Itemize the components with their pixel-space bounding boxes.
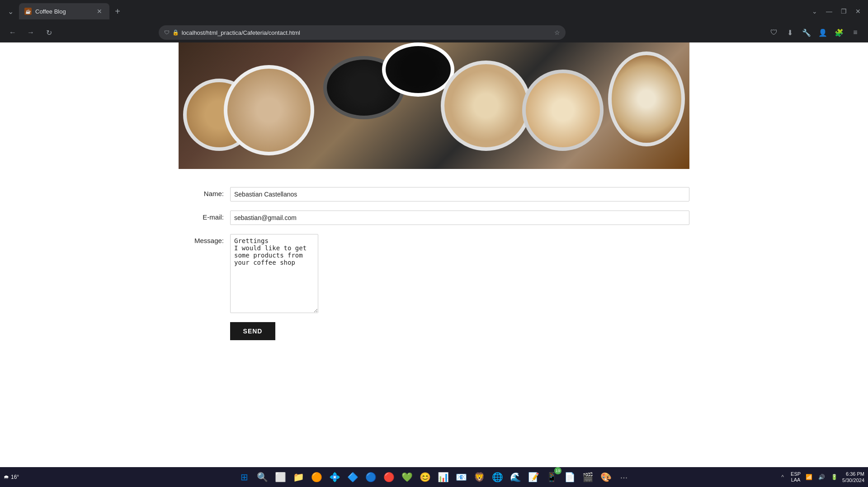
weather-icon: 🌧	[4, 474, 9, 480]
clock-time: 6:36 PM	[842, 471, 864, 477]
weather-widget: 🌧 16°	[4, 474, 19, 480]
new-tab-button[interactable]: +	[111, 5, 124, 18]
extensions-button[interactable]: 🧩	[832, 25, 846, 40]
app-emoji-button[interactable]: 😊	[417, 469, 433, 485]
coffee-cup-4	[382, 42, 454, 97]
email-input[interactable]	[230, 211, 689, 225]
browser-toolbar-right: 🛡 ⬇ 🔧 👤 🧩 ≡	[767, 25, 863, 40]
taskbar: 🌧 16° ⊞ 🔍 ⬜ 📁 🟠 💠 🔷 🔵 🔴 💚 😊 📊 📧 🦁 🌐 🌊 📝 …	[0, 467, 868, 487]
shield-button[interactable]: 🛡	[767, 25, 781, 40]
app-blue-button[interactable]: 🔷	[344, 469, 361, 485]
forward-button[interactable]: →	[24, 25, 38, 40]
browser-tab-active[interactable]: ☕ Coffee Blog ✕	[19, 3, 109, 19]
lang-bot: LAA	[791, 477, 801, 483]
system-clock: 6:36 PM 5/30/2024	[842, 471, 864, 484]
app-red-button[interactable]: 🔴	[381, 469, 397, 485]
battery-icon[interactable]: 🔋	[830, 473, 839, 482]
app-code-button[interactable]: 🔵	[363, 469, 379, 485]
lock-icon: 🔒	[172, 29, 179, 36]
app-orange-button[interactable]: 🟠	[308, 469, 325, 485]
language-indicator: ESP LAA	[791, 471, 801, 483]
coffee-cup-2	[224, 65, 314, 155]
file-explorer-button[interactable]: 📁	[290, 469, 307, 485]
start-button[interactable]: ⊞	[236, 469, 252, 485]
email-label: E-mail:	[179, 211, 224, 221]
taskbar-center: ⊞ 🔍 ⬜ 📁 🟠 💠 🔷 🔵 🔴 💚 😊 📊 📧 🦁 🌐 🌊 📝 📱 📄 🎬 …	[236, 469, 632, 485]
app-more-button[interactable]: ···	[616, 469, 632, 485]
app-chart-button[interactable]: 📊	[435, 469, 451, 485]
window-close-button[interactable]: ✕	[852, 5, 864, 18]
app-browser-button[interactable]: 🌐	[489, 469, 505, 485]
hero-image	[179, 42, 689, 169]
coffee-cup-5	[441, 61, 531, 151]
app-word-button[interactable]: 📝	[525, 469, 542, 485]
browser-chrome: ⌄ ☕ Coffee Blog ✕ + ⌄ — ❐ ✕ ← → ↻ 🛡 🔒 lo…	[0, 0, 868, 42]
address-bar[interactable]: 🛡 🔒 localhost/html_practica/Cafeteria/co…	[159, 25, 566, 40]
wifi-icon[interactable]: 📶	[804, 473, 813, 482]
email-form-group: E-mail:	[179, 211, 689, 225]
taskbar-right: ^ ESP LAA 📶 🔊 🔋 6:36 PM 5/30/2024	[778, 471, 864, 484]
address-bar-row: ← → ↻ 🛡 🔒 localhost/html_practica/Cafete…	[0, 23, 868, 42]
url-text: localhost/html_practica/Cafeteria/contac…	[182, 29, 552, 36]
refresh-button[interactable]: ↻	[42, 25, 56, 40]
security-icon: 🛡	[164, 29, 170, 36]
clock-date: 5/30/2024	[842, 477, 864, 483]
tab-favicon: ☕	[24, 8, 32, 15]
tab-close-button[interactable]: ✕	[95, 7, 104, 16]
download-button[interactable]: ⬇	[783, 25, 797, 40]
taskbar-left: 🌧 16°	[4, 474, 19, 480]
app-green-chat[interactable]: 💚	[399, 469, 415, 485]
tab-right-controls: ⌄ — ❐ ✕	[808, 5, 864, 18]
coffee-cup-7	[608, 52, 685, 146]
show-hidden-icons-button[interactable]: ^	[778, 473, 787, 482]
volume-icon[interactable]: 🔊	[817, 473, 826, 482]
send-button[interactable]: SEND	[230, 322, 275, 340]
system-tray: ^	[778, 473, 787, 482]
weather-temp: 16°	[11, 474, 19, 480]
app-whatsapp-button[interactable]: 📱	[543, 469, 560, 485]
page-content: Name: E-mail: Message: Grettings I would…	[0, 42, 868, 467]
account-button[interactable]: 👤	[816, 25, 830, 40]
app-purple-button[interactable]: 💠	[326, 469, 343, 485]
tab-bar: ⌄ ☕ Coffee Blog ✕ + ⌄ — ❐ ✕	[0, 0, 868, 23]
app-outlook-button[interactable]: 📧	[453, 469, 469, 485]
name-label: Name:	[179, 187, 224, 197]
app-edge-button[interactable]: 🌊	[507, 469, 524, 485]
bookmark-icon[interactable]: ☆	[554, 29, 560, 36]
app-acrobat-button[interactable]: 📄	[561, 469, 578, 485]
window-minimize-button[interactable]: —	[823, 5, 835, 18]
tab-history-button[interactable]: ⌄	[4, 5, 17, 18]
message-form-group: Message: Grettings I would like to get s…	[179, 234, 689, 313]
window-restore-button[interactable]: ❐	[837, 5, 850, 18]
name-form-group: Name:	[179, 187, 689, 201]
name-input[interactable]	[230, 187, 689, 201]
menu-button[interactable]: ≡	[848, 25, 863, 40]
back-button[interactable]: ←	[5, 25, 20, 40]
search-taskbar-button[interactable]: 🔍	[254, 469, 270, 485]
message-label: Message:	[179, 234, 224, 244]
app-premiere-button[interactable]: 🎬	[580, 469, 596, 485]
lang-top: ESP	[791, 471, 801, 477]
window-chevron-button[interactable]: ⌄	[808, 5, 821, 18]
tab-title: Coffee Blog	[35, 8, 91, 15]
message-textarea[interactable]: Grettings I would like to get some produ…	[230, 234, 318, 313]
app-ps-button[interactable]: 🎨	[598, 469, 614, 485]
settings-button[interactable]: 🔧	[799, 25, 814, 40]
task-view-button[interactable]: ⬜	[272, 469, 288, 485]
coffee-cup-6	[522, 70, 604, 151]
app-brave-button[interactable]: 🦁	[471, 469, 487, 485]
contact-form-section: Name: E-mail: Message: Grettings I would…	[179, 169, 689, 358]
